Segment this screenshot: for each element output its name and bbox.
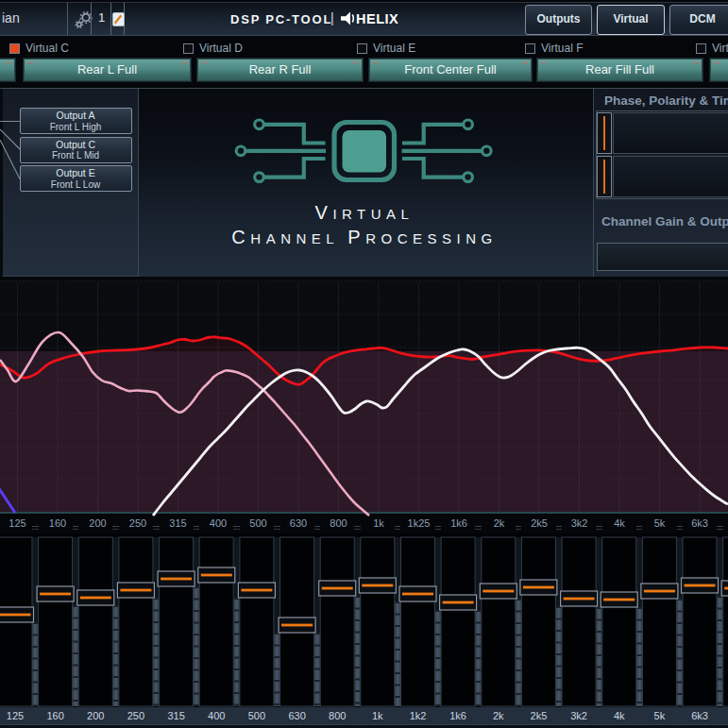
- svg-text:160: 160: [46, 710, 63, 721]
- svg-text:1k: 1k: [372, 710, 383, 721]
- svg-text:4k: 4k: [614, 517, 625, 529]
- svg-text:1k2: 1k2: [410, 710, 427, 721]
- svg-text:1k25: 1k25: [408, 517, 431, 529]
- svg-text:400: 400: [210, 517, 227, 529]
- svg-text:630: 630: [290, 517, 307, 529]
- svg-text:800: 800: [330, 517, 347, 529]
- svg-text:125: 125: [7, 710, 24, 721]
- svg-text:500: 500: [248, 710, 265, 721]
- svg-text:5k: 5k: [654, 517, 666, 529]
- svg-text:2k: 2k: [494, 517, 505, 529]
- svg-text:400: 400: [208, 710, 225, 721]
- svg-text:2k5: 2k5: [531, 710, 548, 721]
- svg-text:500: 500: [249, 517, 266, 529]
- svg-text:250: 250: [129, 517, 146, 529]
- svg-text:1k6: 1k6: [450, 517, 467, 529]
- svg-text:4k: 4k: [614, 710, 625, 721]
- svg-text:1k6: 1k6: [449, 710, 466, 721]
- svg-text:630: 630: [288, 710, 305, 721]
- svg-text:315: 315: [169, 517, 186, 529]
- svg-text:2k: 2k: [493, 710, 504, 721]
- svg-text:3k2: 3k2: [570, 710, 587, 721]
- svg-text:315: 315: [167, 710, 184, 721]
- svg-text:5k: 5k: [654, 710, 666, 721]
- svg-text:200: 200: [89, 517, 106, 529]
- svg-text:1k: 1k: [373, 517, 384, 529]
- svg-text:200: 200: [87, 710, 104, 721]
- svg-text:6k3: 6k3: [691, 710, 708, 721]
- svg-text:3k2: 3k2: [571, 517, 588, 529]
- svg-text:800: 800: [329, 710, 346, 721]
- svg-text:2k5: 2k5: [531, 517, 548, 529]
- svg-text:250: 250: [127, 710, 144, 721]
- svg-text:125: 125: [8, 517, 25, 529]
- svg-text:6k3: 6k3: [691, 517, 708, 529]
- svg-text:160: 160: [49, 517, 66, 529]
